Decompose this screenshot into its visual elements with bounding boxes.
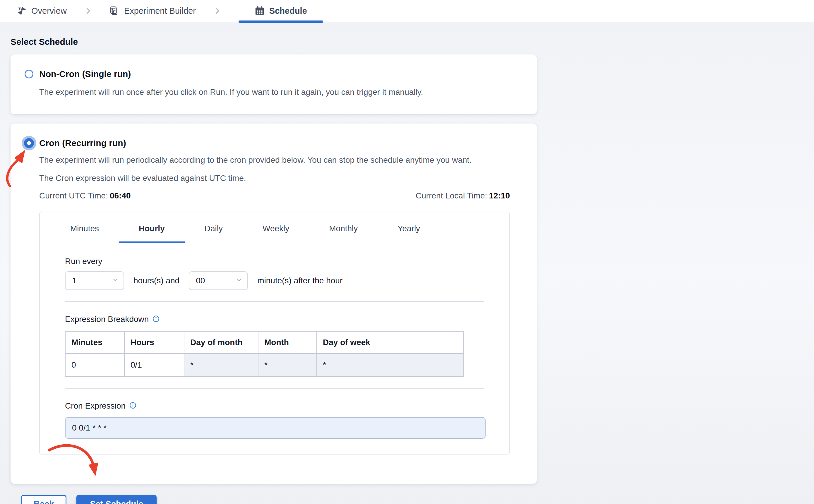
chevron-right-icon — [213, 0, 222, 22]
schedule-calendar-icon — [255, 6, 265, 16]
cell-day-of-week: * — [317, 354, 463, 376]
hourly-tab-content: Run every 1 hours(s) and 00 — [40, 257, 509, 454]
time-row: Current UTC Time:06:40 Current Local Tim… — [39, 191, 510, 200]
minutes-select[interactable]: 00 — [189, 271, 248, 290]
current-utc-time: Current UTC Time:06:40 — [39, 191, 131, 200]
column-header-minutes: Minutes — [65, 331, 124, 354]
non-cron-radio[interactable] — [25, 70, 33, 78]
minutes-suffix-label: minute(s) after the hour — [257, 276, 342, 285]
column-header-month: Month — [258, 331, 317, 354]
table-header-row: Minutes Hours Day of month Month Day of … — [65, 331, 463, 354]
experiment-builder-icon — [109, 6, 119, 16]
breadcrumb-item-overview[interactable]: Overview — [17, 0, 67, 22]
tab-yearly[interactable]: Yearly — [378, 224, 440, 243]
run-every-controls: 1 hours(s) and 00 minute(s) after the ho… — [65, 271, 484, 290]
utc-time-value: 06:40 — [110, 191, 131, 200]
column-header-day-of-week: Day of week — [317, 331, 463, 354]
info-icon[interactable] — [152, 315, 160, 324]
run-every-label: Run every — [65, 257, 484, 266]
cell-month: * — [258, 354, 317, 376]
cron-expression-input[interactable] — [65, 417, 486, 439]
frequency-tabs: Minutes Hourly Daily Weekly Monthly Year… — [40, 212, 509, 243]
hours-select-value: 1 — [72, 276, 77, 285]
table-row: 0 0/1 * * * — [65, 354, 463, 376]
chevron-down-icon — [112, 276, 119, 285]
non-cron-description: The experiment will run once after you c… — [39, 87, 510, 98]
non-cron-option-card[interactable]: Non-Cron (Single run) The experiment wil… — [11, 54, 537, 114]
cron-title: Cron (Recurring run) — [39, 138, 126, 148]
set-schedule-button[interactable]: Set Schedule — [76, 495, 157, 504]
local-time-value: 12:10 — [489, 191, 510, 200]
cell-hours: 0/1 — [124, 354, 184, 376]
back-button[interactable]: Back — [21, 495, 66, 504]
cron-description-1: The experiment will run periodically acc… — [39, 155, 510, 166]
cron-scheduler-panel: Minutes Hourly Daily Weekly Monthly Year… — [39, 212, 510, 455]
cron-expression-label: Cron Expression — [65, 401, 126, 411]
cron-description-2: The Cron expression will be evaluated ag… — [39, 173, 510, 184]
cell-minutes: 0 — [65, 354, 124, 376]
breadcrumb-label: Overview — [31, 6, 67, 16]
expression-breakdown-label: Expression Breakdown — [65, 315, 149, 324]
main-content: Select Schedule Non-Cron (Single run) Th… — [0, 22, 814, 504]
footer-actions: Back Set Schedule — [21, 495, 814, 504]
cell-day-of-month: * — [184, 354, 258, 376]
tab-minutes[interactable]: Minutes — [50, 224, 119, 243]
tab-hourly[interactable]: Hourly — [119, 224, 185, 243]
hours-select[interactable]: 1 — [65, 271, 124, 290]
cron-radio[interactable] — [24, 138, 34, 148]
overview-icon — [17, 6, 27, 16]
breadcrumb-label: Experiment Builder — [124, 6, 196, 16]
info-icon[interactable] — [129, 402, 137, 410]
page-title: Select Schedule — [11, 37, 814, 47]
column-header-day-of-month: Day of month — [184, 331, 258, 354]
section-divider — [65, 301, 484, 302]
hours-suffix-label: hours(s) and — [133, 276, 179, 285]
column-header-hours: Hours — [124, 331, 184, 354]
breadcrumb-label: Schedule — [269, 6, 307, 16]
minutes-select-value: 00 — [196, 276, 205, 285]
breadcrumb: Overview Experiment Builder — [0, 0, 814, 22]
breadcrumb-item-schedule[interactable]: Schedule — [239, 0, 323, 22]
current-local-time: Current Local Time:12:10 — [416, 191, 510, 200]
tab-monthly[interactable]: Monthly — [309, 224, 378, 243]
chevron-right-icon — [84, 0, 92, 22]
non-cron-title: Non-Cron (Single run) — [39, 69, 131, 79]
cron-option-card[interactable]: Cron (Recurring run) The experiment will… — [11, 124, 537, 484]
expression-breakdown-table: Minutes Hours Day of month Month Day of … — [65, 331, 464, 377]
tab-daily[interactable]: Daily — [185, 224, 243, 243]
section-divider — [65, 388, 484, 389]
tab-weekly[interactable]: Weekly — [243, 224, 309, 243]
chevron-down-icon — [236, 276, 243, 285]
breadcrumb-item-experiment-builder[interactable]: Experiment Builder — [109, 0, 196, 22]
